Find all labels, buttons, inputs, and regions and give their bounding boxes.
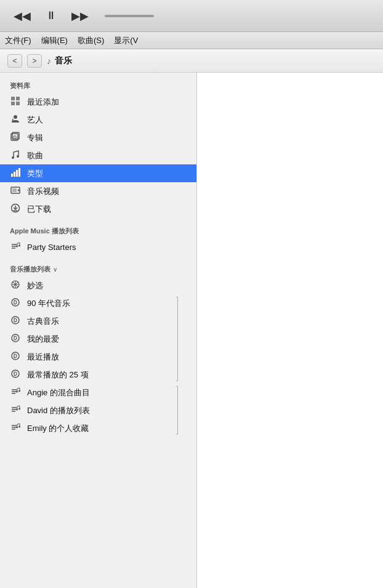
music-playlists-label: 音乐播放列表 [10,265,50,274]
david-label: David 的播放列表 [27,405,90,416]
artists-label: 艺人 [27,115,43,126]
nav-title: ♪ 音乐 [47,55,72,66]
sidebar-item-genres[interactable]: 类型 [0,164,196,182]
artists-icon [10,114,21,126]
song-menu[interactable]: 歌曲(S) [78,35,104,46]
forward-button[interactable]: ▶▶ [68,7,92,25]
svg-point-35 [12,334,19,342]
emily-label: Emily 的个人收藏 [27,423,89,434]
sidebar-item-music-videos[interactable]: 音乐视频 [0,182,196,200]
music-playlists-header[interactable]: 音乐播放列表 ∨ [0,256,196,276]
volume-slider[interactable] [105,15,154,17]
svg-rect-14 [16,170,18,177]
party-starters-label: Party Starters [27,243,76,252]
recently-added-label: 最近添加 [27,97,59,108]
sidebar-item-classical[interactable]: 古典音乐 [0,312,196,330]
music-videos-label: 音乐视频 [27,186,59,197]
downloaded-label: 已下载 [27,204,51,215]
svg-point-25 [16,246,18,248]
top25-label: 最常播放的 25 项 [27,369,89,381]
smart-playlist-icon-90s [10,297,21,309]
90s-music-label: 90 年代音乐 [27,298,70,309]
recently-added-icon [10,96,21,108]
party-starters-icon [10,241,21,253]
nav-title-label: 音乐 [55,55,72,66]
svg-point-51 [16,427,18,429]
sidebar-item-recently-added[interactable]: 最近添加 [0,93,196,111]
svg-rect-1 [16,97,20,100]
svg-point-46 [16,409,18,411]
sidebar: 资料库 最近添加 艺人 [0,73,197,588]
svg-marker-18 [17,189,19,191]
svg-point-37 [12,370,19,377]
downloaded-icon [10,203,21,215]
svg-rect-3 [16,102,20,105]
smart-playlist-icon-classical [10,315,21,327]
svg-point-41 [16,391,18,393]
sidebar-item-top25[interactable]: 最常播放的 25 项 [0,366,196,384]
sidebar-item-genius[interactable]: 妙选 [0,276,196,294]
genius-label: 妙选 [27,280,43,291]
user-playlist-icon-emily [10,422,21,434]
svg-line-5 [12,119,13,122]
sidebar-item-artists[interactable]: 艺人 [0,111,196,129]
edit-menu[interactable]: 编辑(E) [41,35,68,46]
sidebar-item-david[interactable]: David 的播放列表 [0,401,196,419]
music-videos-icon [10,185,21,197]
view-menu[interactable]: 显示(V [114,35,138,46]
genius-icon [10,280,21,291]
angie-label: Angie 的混合曲目 [27,387,90,398]
nav-bar: < > ♪ 音乐 [0,49,383,73]
sidebar-item-angie[interactable]: Angie 的混合曲目 [0,384,196,401]
apple-music-playlists-header: Apple Music 播放列表 [0,218,196,238]
svg-point-42 [18,390,20,392]
user-playlist-icon-angie [10,387,21,398]
user-playlist-icon-david [10,405,21,416]
sidebar-item-party-starters[interactable]: Party Starters [0,238,196,256]
svg-point-47 [18,408,20,410]
svg-point-26 [18,245,20,247]
genres-label: 类型 [27,168,43,179]
svg-point-9 [14,137,15,138]
sidebar-item-downloaded[interactable]: 已下载 [0,200,196,218]
sidebar-item-recently-played[interactable]: 最近播放 [0,348,196,366]
songs-label: 歌曲 [27,150,43,161]
albums-icon [10,132,21,143]
user-playlists-group: Angie 的混合曲目 David 的播放列表 [0,384,196,437]
sidebar-item-emily[interactable]: Emily 的个人收藏 [0,419,196,437]
svg-rect-13 [14,172,15,177]
genres-icon [10,167,21,179]
content-area [197,73,383,588]
svg-point-10 [12,156,14,159]
menu-bar: 文件(F) 编辑(E) 歌曲(S) 显示(V [0,32,383,49]
rewind-button[interactable]: ◀◀ [10,7,34,25]
forward-button-nav[interactable]: > [27,54,42,68]
playlist-section-arrow: ∨ [53,266,57,273]
smart-playlist-icon-favorites [10,333,21,345]
svg-point-52 [18,426,20,428]
sidebar-item-90s-music[interactable]: 90 年代音乐 [0,294,196,312]
music-note-icon: ♪ [47,56,51,66]
songs-icon [10,150,21,161]
file-menu[interactable]: 文件(F) [5,35,31,46]
library-section-header: 资料库 [0,73,196,93]
smart-playlist-icon-recently-played [10,351,21,363]
albums-label: 专辑 [27,132,43,143]
sidebar-item-favorites[interactable]: 我的最爱 [0,330,196,348]
back-button[interactable]: < [7,54,22,68]
sidebar-item-albums[interactable]: 专辑 [0,129,196,147]
main-layout: 资料库 最近添加 艺人 [0,73,383,588]
pause-button[interactable]: ⏸ [42,7,60,25]
svg-point-34 [12,316,19,324]
svg-rect-2 [11,102,15,105]
smart-playlist-icon-top25 [10,369,21,381]
svg-point-4 [14,115,17,119]
classical-label: 古典音乐 [27,316,59,327]
sidebar-item-songs[interactable]: 歌曲 [0,147,196,164]
svg-rect-12 [11,174,13,177]
svg-point-33 [12,299,19,306]
transport-bar: ◀◀ ⏸ ▶▶ [0,0,383,32]
smart-playlists-group: 90 年代音乐 古典音乐 [0,294,196,384]
svg-point-11 [17,155,19,158]
svg-rect-17 [12,188,17,192]
